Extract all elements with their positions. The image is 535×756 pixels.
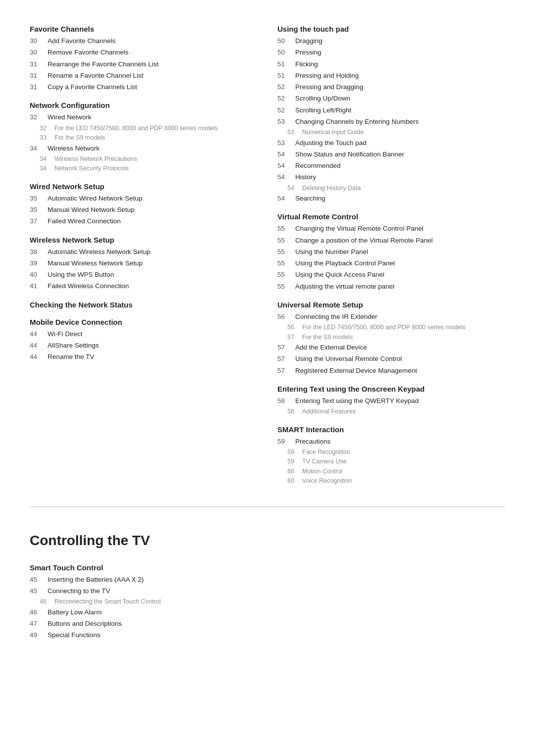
section-checking-network-status: Checking the Network Status [30, 301, 258, 309]
list-item: 30Remove Favorite Channels [30, 48, 258, 57]
list-item: 35Automatic Wired Network Setup [30, 194, 258, 203]
list-item: 50Dragging [277, 36, 505, 46]
right-column: Using the touch pad 50Dragging 50Pressin… [277, 20, 505, 495]
list-item: 41Failed Wireless Connection [30, 281, 258, 291]
section-heading-favorite-channels: Favorite Channels [30, 25, 258, 33]
section-heading-checking-network-status: Checking the Network Status [30, 301, 258, 309]
list-item: 52Scrolling Left/Right [277, 105, 505, 115]
list-item: 37Failed Wired Connection [30, 216, 258, 226]
list-item: 44AllShare Settings [30, 341, 258, 351]
list-item: 52Scrolling Up/Down [277, 94, 505, 103]
list-item: 54Show Status and Notification Banner [277, 150, 505, 159]
list-item: 53Changing Channels by Entering Numbers [277, 117, 505, 127]
list-item: 55Changing the Virtual Remote Control Pa… [277, 224, 505, 234]
list-item: 32Wired Network [30, 112, 258, 122]
list-item: 44Rename the TV [30, 352, 258, 362]
section-smart-interaction: SMART Interaction 59Precautions 59Face R… [277, 425, 505, 486]
list-item: 34Network Security Protocols [30, 164, 258, 173]
list-item: 57Add the External Device [277, 343, 505, 353]
section-mobile-device-connection: Mobile Device Connection 44Wi-Fi Direct … [30, 318, 258, 362]
list-item: 38Automatic Wireless Network Setup [30, 247, 258, 257]
list-item: 55Change a position of the Virtual Remot… [277, 236, 505, 246]
list-item: 55Using the Quick Access Panel [277, 270, 505, 280]
list-item: 58Entering Text using the QWERTY Keypad [277, 396, 505, 406]
section-virtual-remote-control: Virtual Remote Control 55Changing the Vi… [277, 212, 505, 292]
list-item: 56Connecting the IR Extender [277, 312, 505, 322]
section-using-touch-pad: Using the touch pad 50Dragging 50Pressin… [277, 25, 505, 203]
list-item: 59Precautions [277, 437, 505, 447]
list-item: 58Additional Features [277, 407, 505, 416]
list-item: 49Special Functions [30, 630, 258, 640]
list-item: 46Reconnecting the Smart Touch Control [30, 598, 258, 606]
section-heading-virtual-remote-control: Virtual Remote Control [277, 212, 505, 221]
list-item: 33For the S9 models [30, 134, 258, 143]
list-item: 50Pressing [277, 48, 505, 57]
big-heading-controlling-tv: Controlling the TV [30, 533, 505, 549]
list-item: 32For the LED 7450/7500, 8000 and PDP 80… [30, 124, 258, 133]
list-item: 45Connecting to the TV [30, 586, 258, 596]
list-item: 55Adjusting the virtual remote panel [277, 282, 505, 292]
list-item: 55Using the Playback Control Panel [277, 258, 505, 268]
list-item: 59TV Camera Use [277, 457, 505, 466]
list-item: 35Manual Wired Network Setup [30, 205, 258, 215]
section-heading-universal-remote-setup: Universal Remote Setup [277, 301, 505, 309]
list-item: 56For the LED 7450/7500, 8000 and PDP 80… [277, 323, 505, 332]
section-smart-touch-control: Smart Touch Control 45Inserting the Batt… [30, 563, 258, 641]
list-item: 30Add Favorite Channels [30, 36, 258, 46]
list-item: 59Face Recognition [277, 448, 505, 457]
list-item: 46Battery Low Alarm [30, 607, 258, 617]
section-wireless-network-setup: Wireless Network Setup 38Automatic Wirel… [30, 236, 258, 292]
section-heading-smart-interaction: SMART Interaction [277, 425, 505, 434]
left-column: Favorite Channels 30Add Favorite Channel… [30, 20, 258, 495]
list-item: 53Numerical Input Guide [277, 128, 505, 137]
list-item: 53Adjusting the Touch pad [277, 138, 505, 148]
list-item: 31Copy a Favorite Channels List [30, 82, 258, 92]
list-item: 60Voice Recognition [277, 477, 505, 486]
section-wired-network-setup: Wired Network Setup 35Automatic Wired Ne… [30, 182, 258, 227]
list-item: 57Using the Universal Remote Control [277, 354, 505, 364]
section-universal-remote-setup: Universal Remote Setup 56Connecting the … [277, 301, 505, 376]
right-col-smart-touch-empty [277, 558, 505, 650]
list-item: 54Recommended [277, 161, 505, 171]
list-item: 47Buttons and Descriptions [30, 619, 258, 629]
list-item: 52Pressing and Dragging [277, 82, 505, 92]
list-item: 44Wi-Fi Direct [30, 329, 258, 339]
list-item: 51Flicking [277, 59, 505, 69]
list-item: 57For the S9 models [277, 333, 505, 342]
section-heading-network-config: Network Configuration [30, 101, 258, 109]
section-network-config: Network Configuration 32Wired Network 32… [30, 101, 258, 173]
list-item: 34Wireless Network Precautions [30, 155, 258, 164]
section-heading-using-touch-pad: Using the touch pad [277, 25, 505, 33]
list-item: 60Motion Control [277, 467, 505, 476]
section-heading-wireless-network-setup: Wireless Network Setup [30, 236, 258, 244]
section-favorite-channels: Favorite Channels 30Add Favorite Channel… [30, 25, 258, 92]
controlling-tv-section: Controlling the TV [30, 506, 505, 549]
section-heading-entering-text: Entering Text using the Onscreen Keypad [277, 385, 505, 393]
list-item: 31Rearrange the Favorite Channels List [30, 59, 258, 69]
left-col-smart-touch: Smart Touch Control 45Inserting the Batt… [30, 558, 258, 650]
list-item: 31Rename a Favorite Channel List [30, 71, 258, 81]
section-heading-mobile-device-connection: Mobile Device Connection [30, 318, 258, 326]
list-item: 54Deleting History Data [277, 184, 505, 193]
list-item: 51Pressing and Holding [277, 71, 505, 81]
section-heading-wired-network-setup: Wired Network Setup [30, 182, 258, 191]
list-item: 40Using the WPS Button [30, 270, 258, 280]
list-item: 39Manual Wireless Network Setup [30, 258, 258, 268]
list-item: 57Registered External Device Management [277, 366, 505, 376]
section-entering-text: Entering Text using the Onscreen Keypad … [277, 385, 505, 416]
list-item: 45Inserting the Batteries (AAA X 2) [30, 575, 258, 585]
list-item: 54History [277, 172, 505, 182]
list-item: 55Using the Number Panel [277, 247, 505, 257]
section-heading-smart-touch-control: Smart Touch Control [30, 563, 258, 572]
list-item: 54Searching [277, 194, 505, 203]
list-item: 34Wireless Network [30, 144, 258, 153]
